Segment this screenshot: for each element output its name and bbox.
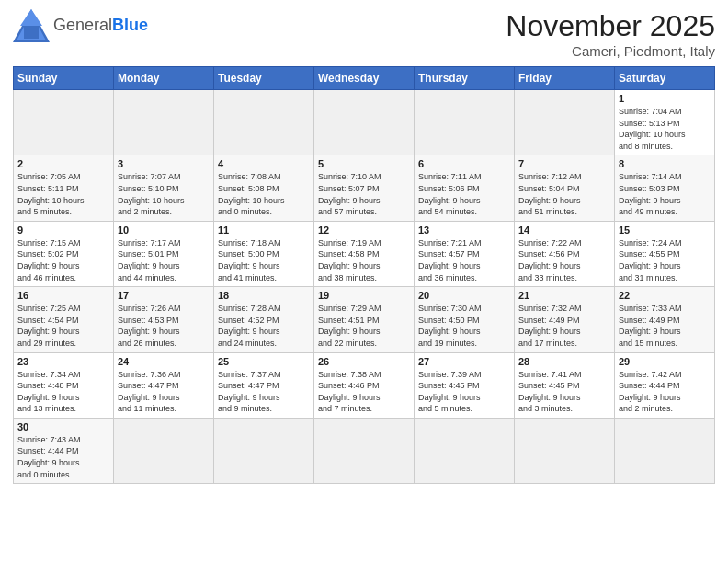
calendar-cell	[515, 90, 615, 155]
calendar-cell: 3Sunrise: 7:07 AM Sunset: 5:10 PM Daylig…	[114, 155, 214, 221]
day-info: Sunrise: 7:41 AM Sunset: 4:45 PM Dayligh…	[518, 369, 610, 415]
calendar-week-row: 9Sunrise: 7:15 AM Sunset: 5:02 PM Daylig…	[14, 221, 715, 286]
logo-text: GeneralBlue	[53, 17, 148, 35]
calendar-cell: 19Sunrise: 7:29 AM Sunset: 4:51 PM Dayli…	[314, 287, 415, 352]
day-number: 2	[17, 158, 109, 169]
day-number: 6	[418, 158, 510, 169]
day-number: 13	[418, 224, 510, 236]
day-info: Sunrise: 7:22 AM Sunset: 4:56 PM Dayligh…	[518, 237, 610, 283]
calendar-cell: 5Sunrise: 7:10 AM Sunset: 5:07 PM Daylig…	[314, 155, 415, 221]
calendar-cell: 24Sunrise: 7:36 AM Sunset: 4:47 PM Dayli…	[114, 352, 214, 418]
day-info: Sunrise: 7:05 AM Sunset: 5:11 PM Dayligh…	[17, 171, 109, 217]
weekday-header-monday: Monday	[114, 67, 214, 90]
day-number: 8	[619, 158, 711, 169]
calendar-cell: 9Sunrise: 7:15 AM Sunset: 5:02 PM Daylig…	[14, 221, 114, 286]
calendar-cell: 11Sunrise: 7:18 AM Sunset: 5:00 PM Dayli…	[214, 221, 314, 286]
day-number: 10	[118, 224, 210, 236]
calendar-cell: 13Sunrise: 7:21 AM Sunset: 4:57 PM Dayli…	[415, 221, 515, 286]
day-number: 9	[17, 224, 109, 236]
day-number: 20	[418, 290, 510, 301]
day-info: Sunrise: 7:21 AM Sunset: 4:57 PM Dayligh…	[418, 237, 510, 283]
day-info: Sunrise: 7:14 AM Sunset: 5:03 PM Dayligh…	[619, 171, 711, 217]
calendar-cell: 8Sunrise: 7:14 AM Sunset: 5:03 PM Daylig…	[615, 155, 715, 221]
weekday-header-sunday: Sunday	[14, 67, 114, 90]
calendar-cell: 15Sunrise: 7:24 AM Sunset: 4:55 PM Dayli…	[615, 221, 715, 286]
day-number: 16	[17, 290, 109, 301]
day-info: Sunrise: 7:30 AM Sunset: 4:50 PM Dayligh…	[418, 303, 510, 349]
day-info: Sunrise: 7:11 AM Sunset: 5:06 PM Dayligh…	[418, 171, 510, 217]
weekday-header-saturday: Saturday	[615, 67, 715, 90]
calendar-cell	[214, 90, 314, 155]
day-number: 30	[17, 421, 109, 432]
calendar-week-row: 2Sunrise: 7:05 AM Sunset: 5:11 PM Daylig…	[14, 155, 715, 221]
day-number: 11	[218, 224, 310, 236]
calendar-cell: 26Sunrise: 7:38 AM Sunset: 4:46 PM Dayli…	[314, 352, 415, 418]
calendar-cell	[415, 418, 515, 483]
day-number: 26	[318, 356, 410, 367]
day-info: Sunrise: 7:18 AM Sunset: 5:00 PM Dayligh…	[218, 237, 310, 283]
page: GeneralBlue November 2025 Cameri, Piedmo…	[0, 0, 728, 493]
logo: GeneralBlue	[13, 9, 148, 42]
calendar-cell: 30Sunrise: 7:43 AM Sunset: 4:44 PM Dayli…	[14, 418, 114, 483]
day-number: 27	[418, 356, 510, 367]
svg-rect-2	[24, 26, 39, 39]
day-info: Sunrise: 7:33 AM Sunset: 4:49 PM Dayligh…	[619, 303, 711, 349]
day-info: Sunrise: 7:36 AM Sunset: 4:47 PM Dayligh…	[118, 369, 210, 415]
day-number: 3	[118, 158, 210, 169]
weekday-header-wednesday: Wednesday	[314, 67, 415, 90]
calendar-title: November 2025	[506, 9, 715, 43]
calendar-table: SundayMondayTuesdayWednesdayThursdayFrid…	[13, 66, 715, 484]
calendar-cell	[214, 418, 314, 483]
calendar-cell: 23Sunrise: 7:34 AM Sunset: 4:48 PM Dayli…	[14, 352, 114, 418]
calendar-cell: 1Sunrise: 7:04 AM Sunset: 5:13 PM Daylig…	[615, 90, 715, 155]
day-info: Sunrise: 7:24 AM Sunset: 4:55 PM Dayligh…	[619, 237, 711, 283]
calendar-cell: 21Sunrise: 7:32 AM Sunset: 4:49 PM Dayli…	[515, 287, 615, 352]
calendar-cell: 14Sunrise: 7:22 AM Sunset: 4:56 PM Dayli…	[515, 221, 615, 286]
day-info: Sunrise: 7:15 AM Sunset: 5:02 PM Dayligh…	[17, 237, 109, 283]
calendar-location: Cameri, Piedmont, Italy	[506, 43, 715, 59]
calendar-cell: 2Sunrise: 7:05 AM Sunset: 5:11 PM Daylig…	[14, 155, 114, 221]
day-info: Sunrise: 7:17 AM Sunset: 5:01 PM Dayligh…	[118, 237, 210, 283]
day-info: Sunrise: 7:07 AM Sunset: 5:10 PM Dayligh…	[118, 171, 210, 217]
day-info: Sunrise: 7:08 AM Sunset: 5:08 PM Dayligh…	[218, 171, 310, 217]
calendar-cell	[114, 418, 214, 483]
title-block: November 2025 Cameri, Piedmont, Italy	[506, 9, 715, 59]
calendar-cell: 7Sunrise: 7:12 AM Sunset: 5:04 PM Daylig…	[515, 155, 615, 221]
day-number: 7	[518, 158, 610, 169]
day-number: 23	[17, 356, 109, 367]
day-number: 17	[118, 290, 210, 301]
calendar-cell: 29Sunrise: 7:42 AM Sunset: 4:44 PM Dayli…	[615, 352, 715, 418]
day-info: Sunrise: 7:25 AM Sunset: 4:54 PM Dayligh…	[17, 303, 109, 349]
day-number: 4	[218, 158, 310, 169]
day-info: Sunrise: 7:38 AM Sunset: 4:46 PM Dayligh…	[318, 369, 410, 415]
day-number: 12	[318, 224, 410, 236]
day-number: 29	[619, 356, 711, 367]
day-info: Sunrise: 7:12 AM Sunset: 5:04 PM Dayligh…	[518, 171, 610, 217]
day-info: Sunrise: 7:34 AM Sunset: 4:48 PM Dayligh…	[17, 369, 109, 415]
calendar-cell	[14, 90, 114, 155]
day-number: 22	[619, 290, 711, 301]
day-info: Sunrise: 7:29 AM Sunset: 4:51 PM Dayligh…	[318, 303, 410, 349]
calendar-week-row: 23Sunrise: 7:34 AM Sunset: 4:48 PM Dayli…	[14, 352, 715, 418]
calendar-week-row: 30Sunrise: 7:43 AM Sunset: 4:44 PM Dayli…	[14, 418, 715, 483]
calendar-cell: 27Sunrise: 7:39 AM Sunset: 4:45 PM Dayli…	[415, 352, 515, 418]
day-number: 25	[218, 356, 310, 367]
day-info: Sunrise: 7:28 AM Sunset: 4:52 PM Dayligh…	[218, 303, 310, 349]
day-info: Sunrise: 7:43 AM Sunset: 4:44 PM Dayligh…	[17, 434, 109, 480]
day-number: 21	[518, 290, 610, 301]
calendar-week-row: 16Sunrise: 7:25 AM Sunset: 4:54 PM Dayli…	[14, 287, 715, 352]
calendar-cell: 17Sunrise: 7:26 AM Sunset: 4:53 PM Dayli…	[114, 287, 214, 352]
calendar-cell	[314, 418, 415, 483]
calendar-cell: 12Sunrise: 7:19 AM Sunset: 4:58 PM Dayli…	[314, 221, 415, 286]
day-number: 15	[619, 224, 711, 236]
calendar-cell	[314, 90, 415, 155]
day-info: Sunrise: 7:42 AM Sunset: 4:44 PM Dayligh…	[619, 369, 711, 415]
calendar-cell	[114, 90, 214, 155]
day-info: Sunrise: 7:19 AM Sunset: 4:58 PM Dayligh…	[318, 237, 410, 283]
calendar-cell: 10Sunrise: 7:17 AM Sunset: 5:01 PM Dayli…	[114, 221, 214, 286]
weekday-header-row: SundayMondayTuesdayWednesdayThursdayFrid…	[14, 67, 715, 90]
calendar-week-row: 1Sunrise: 7:04 AM Sunset: 5:13 PM Daylig…	[14, 90, 715, 155]
weekday-header-thursday: Thursday	[415, 67, 515, 90]
weekday-header-friday: Friday	[515, 67, 615, 90]
calendar-cell	[415, 90, 515, 155]
